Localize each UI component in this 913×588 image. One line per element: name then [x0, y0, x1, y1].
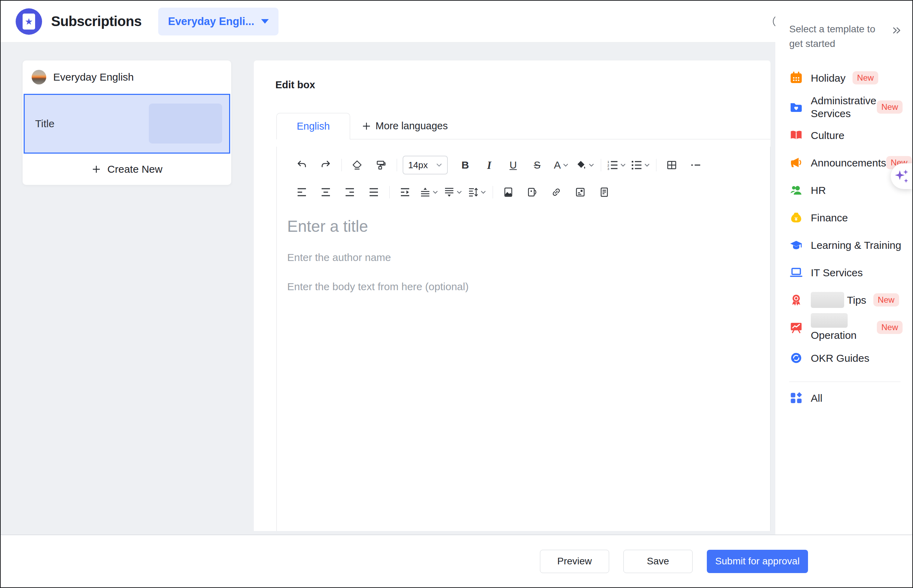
template-item-okr-guides[interactable]: OKR Guides [789, 342, 903, 374]
publication-selector-dropdown[interactable]: Everyday Engli... [158, 8, 278, 36]
footer-bar: Preview Save Submit for approval [1, 535, 912, 587]
document-icon [599, 187, 609, 197]
redo-button[interactable] [316, 155, 335, 175]
align-right-button[interactable] [340, 183, 359, 202]
template-item-it-services[interactable]: IT Services [789, 258, 903, 287]
folder-heart-icon [789, 100, 803, 114]
line-height-button[interactable] [467, 183, 487, 202]
body-input-placeholder[interactable]: Enter the body text from here (optional) [287, 281, 770, 292]
paint-roller-icon [376, 160, 386, 170]
new-badge: New [853, 71, 878, 84]
line-height-icon [468, 187, 478, 197]
underline-button[interactable]: U [503, 155, 523, 175]
template-item-operation[interactable]: Operation New [789, 313, 903, 342]
issue-item-selected[interactable]: Title [24, 94, 230, 153]
italic-button[interactable]: I [479, 155, 499, 175]
editor-content-panel: 14px B I U S A [277, 147, 771, 531]
insert-link-button[interactable] [547, 183, 566, 202]
horizontal-rule-button[interactable] [686, 155, 706, 175]
issue-list-panel: Everyday English Title Create New [23, 60, 231, 185]
chevron-down-icon [620, 163, 626, 168]
double-chevron-right-icon [892, 25, 903, 36]
card-embed-icon [575, 187, 586, 197]
insert-video-button[interactable] [523, 183, 542, 202]
megaphone-icon [789, 156, 803, 170]
template-item-announcements[interactable]: Announcements New [789, 148, 903, 177]
insert-table-button[interactable] [662, 155, 682, 175]
tab-english[interactable]: English [277, 113, 350, 139]
toolbar-divider [493, 186, 493, 199]
create-new-button[interactable]: Create New [23, 153, 231, 185]
svg-text:¥: ¥ [795, 216, 798, 222]
template-item-holiday[interactable]: Holiday New [789, 64, 903, 92]
image-icon [503, 187, 513, 197]
medal-icon [789, 293, 803, 307]
align-left-button[interactable] [292, 183, 311, 202]
editor-section-title: Edit box [254, 60, 771, 91]
chevron-down-icon [481, 190, 486, 195]
insert-card-button[interactable] [571, 183, 590, 202]
chevron-down-icon [589, 163, 594, 168]
undo-button[interactable] [292, 155, 311, 175]
publication-selector-label: Everyday Engli... [168, 15, 254, 28]
language-tabbar: English More languages [277, 113, 771, 139]
save-button[interactable]: Save [623, 550, 693, 573]
plus-icon [362, 122, 371, 131]
star-icon: ★ [25, 17, 33, 26]
unordered-list-button[interactable] [631, 155, 650, 175]
all-shapes-icon [789, 391, 803, 405]
template-item-learning-training[interactable]: Learning & Training [789, 232, 903, 258]
align-center-icon [321, 187, 331, 197]
ordered-list-button[interactable]: 123 [607, 155, 626, 175]
font-size-value: 14px [408, 160, 427, 171]
swirl-circle-icon [789, 351, 803, 365]
preview-button[interactable]: Preview [540, 550, 609, 573]
text-color-button[interactable]: A [551, 155, 571, 175]
strikethrough-button[interactable]: S [528, 155, 547, 175]
collapse-sidebar-button[interactable] [892, 25, 903, 36]
add-more-languages-button[interactable]: More languages [362, 120, 448, 139]
align-center-button[interactable] [316, 183, 335, 202]
insert-document-button[interactable] [594, 183, 614, 202]
clear-format-button[interactable] [347, 155, 367, 175]
new-badge: New [877, 100, 903, 114]
template-item-administrative-services[interactable]: Administrative Services New [789, 92, 903, 122]
issue-thumbnail-placeholder [149, 103, 222, 144]
align-right-icon [345, 187, 355, 197]
more-languages-label: More languages [376, 120, 448, 132]
align-left-icon [296, 187, 307, 197]
laptop-icon [789, 265, 803, 279]
highlight-color-button[interactable] [575, 155, 595, 175]
template-item-all[interactable]: All [789, 383, 903, 412]
submit-for-approval-button[interactable]: Submit for approval [707, 550, 808, 573]
template-item-tips[interactable]: Tips New [789, 287, 903, 313]
space-before-icon [420, 187, 431, 197]
chevron-down-icon [456, 190, 462, 195]
template-item-finance[interactable]: ¥ Finance [789, 203, 903, 232]
space-before-paragraph-button[interactable] [419, 183, 439, 202]
page-title: Subscriptions [51, 13, 141, 29]
template-item-hr[interactable]: HR [789, 177, 903, 203]
toolbar-divider [601, 159, 601, 171]
template-item-culture[interactable]: Culture [789, 122, 903, 148]
video-camera-icon [527, 187, 537, 197]
app-logo-icon: ★ [16, 8, 42, 35]
toolbar-divider [342, 159, 342, 171]
indent-icon [400, 187, 410, 197]
indent-button[interactable] [395, 183, 415, 202]
align-justify-button[interactable] [364, 183, 384, 202]
insert-image-button[interactable] [499, 183, 518, 202]
calendar-icon [789, 71, 803, 85]
table-icon [667, 160, 677, 170]
toolbar-row-1: 14px B I U S A [292, 152, 760, 179]
font-size-select[interactable]: 14px [403, 156, 448, 174]
subscriptions-app: ★ Subscriptions Everyday Engli... ? Help… [0, 0, 913, 588]
graduation-cap-icon [789, 238, 803, 252]
publication-avatar [32, 70, 46, 84]
author-input-placeholder[interactable]: Enter the author name [287, 252, 770, 263]
redacted-text [811, 313, 848, 328]
format-painter-button[interactable] [371, 155, 391, 175]
bold-button[interactable]: B [455, 155, 475, 175]
title-input-placeholder[interactable]: Enter a title [287, 217, 770, 236]
space-after-paragraph-button[interactable] [443, 183, 463, 202]
